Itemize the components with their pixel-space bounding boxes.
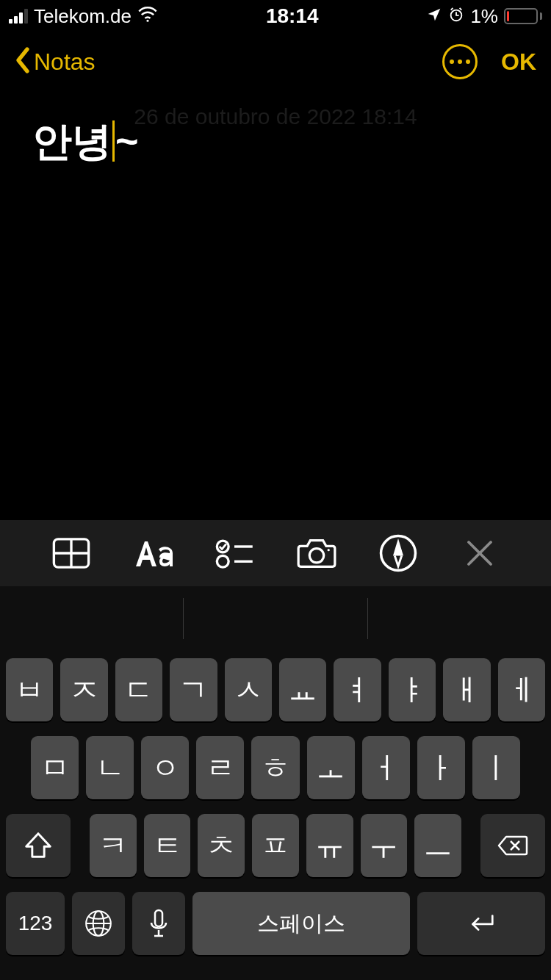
backspace-key[interactable] bbox=[480, 814, 545, 877]
svg-point-6 bbox=[217, 555, 229, 567]
battery-icon bbox=[504, 8, 542, 24]
wifi-icon bbox=[137, 5, 158, 28]
keyboard-row-2: ㅁ ㄴ ㅇ ㄹ ㅎ ㅗ ㅓ ㅏ ㅣ bbox=[6, 736, 545, 799]
svg-point-0 bbox=[146, 19, 148, 21]
chevron-left-icon bbox=[15, 47, 31, 76]
back-label: Notas bbox=[34, 48, 96, 76]
close-icon[interactable] bbox=[460, 533, 500, 573]
dot-icon bbox=[466, 60, 470, 64]
key[interactable]: ㅔ bbox=[498, 658, 545, 721]
prediction-slot[interactable] bbox=[0, 598, 183, 639]
keyboard-row-4: 123 스페이스 bbox=[6, 892, 545, 955]
battery-percent: 1% bbox=[470, 5, 498, 28]
prediction-slot[interactable] bbox=[183, 598, 367, 639]
key[interactable]: ㄱ bbox=[170, 658, 217, 721]
key[interactable]: ㄹ bbox=[196, 736, 244, 799]
space-key[interactable]: 스페이스 bbox=[192, 892, 410, 955]
globe-key[interactable] bbox=[72, 892, 125, 955]
text-format-icon[interactable] bbox=[133, 533, 173, 573]
key[interactable]: ㅁ bbox=[31, 736, 79, 799]
keyboard-row-1: ㅂ ㅈ ㄷ ㄱ ㅅ ㅛ ㅕ ㅑ ㅐ ㅔ bbox=[6, 658, 545, 721]
svg-point-9 bbox=[309, 549, 323, 563]
done-button[interactable]: OK bbox=[501, 48, 536, 76]
key[interactable]: ㅍ bbox=[252, 814, 299, 877]
checklist-icon[interactable] bbox=[215, 533, 254, 573]
key[interactable]: ㅋ bbox=[90, 814, 137, 877]
shift-key[interactable] bbox=[6, 814, 71, 877]
svg-rect-19 bbox=[155, 910, 162, 926]
carrier-label: Telekom.de bbox=[34, 5, 132, 28]
key[interactable]: ㅡ bbox=[414, 814, 461, 877]
more-button[interactable] bbox=[442, 44, 478, 79]
status-bar: Telekom.de 18:14 1% bbox=[0, 0, 551, 32]
prediction-bar bbox=[0, 586, 551, 651]
svg-point-10 bbox=[327, 549, 329, 551]
key[interactable]: ㅐ bbox=[443, 658, 490, 721]
cellular-signal-icon bbox=[9, 9, 28, 24]
location-icon bbox=[426, 5, 442, 28]
keyboard: ㅂ ㅈ ㄷ ㄱ ㅅ ㅛ ㅕ ㅑ ㅐ ㅔ ㅁ ㄴ ㅇ ㄹ ㅎ ㅗ ㅓ ㅏ ㅣ bbox=[0, 586, 551, 980]
key[interactable]: ㅈ bbox=[60, 658, 107, 721]
numbers-key[interactable]: 123 bbox=[6, 892, 65, 955]
return-key[interactable] bbox=[417, 892, 545, 955]
key[interactable]: ㅗ bbox=[307, 736, 355, 799]
note-timestamp: 26 de outubro de 2022 18:14 bbox=[0, 104, 551, 129]
table-icon[interactable] bbox=[51, 533, 91, 573]
key[interactable]: ㅣ bbox=[472, 736, 520, 799]
prediction-slot[interactable] bbox=[367, 598, 551, 639]
key[interactable]: ㅑ bbox=[389, 658, 436, 721]
key[interactable]: ㅜ bbox=[361, 814, 408, 877]
key[interactable]: ㅏ bbox=[417, 736, 465, 799]
key[interactable]: ㄴ bbox=[86, 736, 134, 799]
key[interactable]: ㅌ bbox=[144, 814, 191, 877]
dictation-key[interactable] bbox=[132, 892, 185, 955]
key[interactable]: ㅠ bbox=[306, 814, 353, 877]
back-button[interactable]: Notas bbox=[15, 47, 96, 76]
keyboard-row-3: ㅋ ㅌ ㅊ ㅍ ㅠ ㅜ ㅡ bbox=[6, 814, 545, 877]
key[interactable]: ㅊ bbox=[198, 814, 245, 877]
key[interactable]: ㅅ bbox=[225, 658, 272, 721]
key[interactable]: ㅇ bbox=[141, 736, 189, 799]
note-toolbar bbox=[0, 520, 551, 586]
camera-icon[interactable] bbox=[297, 533, 336, 573]
dot-icon bbox=[458, 60, 462, 64]
key[interactable]: ㄷ bbox=[115, 658, 162, 721]
key[interactable]: ㅕ bbox=[334, 658, 381, 721]
key[interactable]: ㅛ bbox=[279, 658, 326, 721]
key[interactable]: ㅂ bbox=[6, 658, 53, 721]
key[interactable]: ㅎ bbox=[251, 736, 299, 799]
dot-icon bbox=[450, 60, 454, 64]
note-editor[interactable]: 26 de outubro de 2022 18:14 안녕~ bbox=[0, 118, 551, 165]
alarm-icon bbox=[448, 5, 464, 28]
nav-bar: Notas OK bbox=[0, 32, 551, 91]
status-time: 18:14 bbox=[266, 4, 319, 28]
markup-icon[interactable] bbox=[378, 533, 418, 573]
key[interactable]: ㅓ bbox=[362, 736, 410, 799]
